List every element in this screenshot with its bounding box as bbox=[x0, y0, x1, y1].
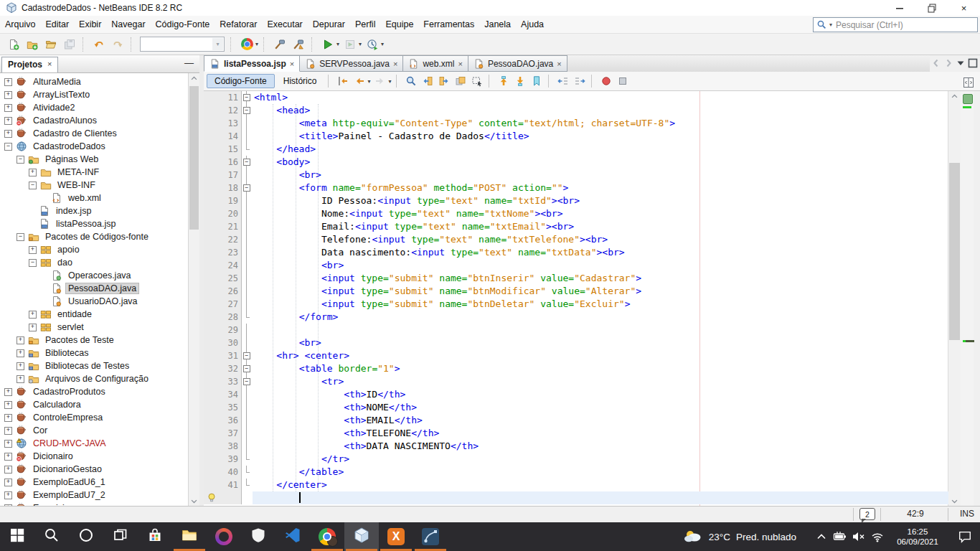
tree-item-pacotes-de-c-digos-fonte[interactable]: −Pacotes de Códigos-fonte bbox=[0, 230, 188, 243]
tray-expand-chevron-icon[interactable] bbox=[812, 522, 831, 551]
scroll-up-icon[interactable] bbox=[189, 73, 199, 84]
expand-icon[interactable]: + bbox=[4, 440, 12, 448]
new-file-button[interactable] bbox=[5, 36, 22, 53]
tree-item-cor[interactable]: +Cor bbox=[0, 424, 188, 437]
tree-item-bibliotecas[interactable]: +Bibliotecas bbox=[0, 347, 188, 359]
collapse-icon[interactable]: − bbox=[17, 156, 24, 164]
code-line[interactable]: 15 </head> bbox=[204, 143, 948, 156]
find-next-button[interactable] bbox=[436, 73, 452, 89]
code-line[interactable]: 33− <tr> bbox=[204, 375, 948, 388]
tree-item-cadastrodedados[interactable]: −CadastrodeDados bbox=[0, 140, 188, 153]
record-macro-button[interactable] bbox=[598, 73, 614, 89]
line-number[interactable]: 12 bbox=[220, 104, 242, 117]
menu-perfil[interactable]: Perfil bbox=[350, 19, 380, 29]
line-number[interactable]: 22 bbox=[220, 233, 242, 246]
tree-item-dicionairo[interactable]: +Dicionairo bbox=[0, 450, 188, 463]
find-previous-button[interactable] bbox=[420, 73, 435, 89]
code-line[interactable]: 36 <th>EMAIL</th> bbox=[204, 414, 948, 427]
line-number[interactable]: 35 bbox=[220, 401, 242, 414]
browser-select-dropdown-icon[interactable]: ▾ bbox=[255, 41, 258, 47]
expand-icon[interactable]: + bbox=[29, 311, 37, 319]
restore-button[interactable] bbox=[915, 0, 948, 16]
menu-executar[interactable]: Executar bbox=[262, 19, 307, 29]
tree-item-servlet[interactable]: +servlet bbox=[0, 321, 188, 334]
expand-icon[interactable]: + bbox=[29, 169, 37, 176]
menu-equipe[interactable]: Equipe bbox=[380, 19, 418, 29]
code-line[interactable]: 18− <form name="formPessoa" method="POST… bbox=[204, 182, 948, 194]
code-line[interactable]: 31− <hr> <center> bbox=[204, 349, 948, 362]
code-line[interactable]: 32− <table border="1"> bbox=[204, 362, 948, 375]
line-number[interactable]: 21 bbox=[220, 220, 242, 233]
taskbar-netbeans[interactable] bbox=[344, 522, 379, 551]
tree-item-web-inf[interactable]: −WEB-INF bbox=[0, 179, 188, 192]
projects-scrollbar[interactable] bbox=[188, 73, 199, 507]
dropdown-icon[interactable]: ▾ bbox=[388, 78, 391, 85]
close-tab-icon[interactable]: × bbox=[393, 60, 397, 68]
editor-tab-listapessoa-jsp[interactable]: listaPessoa.jsp× bbox=[204, 55, 300, 72]
code-line[interactable]: 40 </table> bbox=[204, 466, 948, 479]
run-project-dropdown-icon[interactable]: ▾ bbox=[336, 41, 339, 47]
line-number[interactable]: 30 bbox=[220, 336, 242, 349]
minimize-button[interactable] bbox=[883, 0, 915, 16]
tree-item-arquivos-de-configura-o[interactable]: +Arquivos de Configuração bbox=[0, 372, 188, 385]
line-number[interactable]: 26 bbox=[220, 285, 242, 298]
tree-item-dicionariogestao[interactable]: +DicionarioGestao bbox=[0, 463, 188, 476]
scroll-tabs-right-icon[interactable] bbox=[943, 57, 954, 69]
forward-button[interactable] bbox=[372, 73, 388, 89]
tree-item-cadastroprodutos[interactable]: +CadastroProdutos bbox=[0, 385, 188, 398]
tree-item-index-jsp[interactable]: index.jsp bbox=[0, 204, 188, 217]
tree-item-p-ginas-web[interactable]: −Páginas Web bbox=[0, 153, 188, 166]
line-number[interactable]: 17 bbox=[220, 169, 242, 182]
code-line[interactable] bbox=[204, 491, 948, 504]
tree-item-usuariodao-java[interactable]: UsuarioDAO.java bbox=[0, 295, 188, 308]
taskbar-ring-app[interactable] bbox=[207, 522, 241, 551]
shift-line-right-button[interactable] bbox=[572, 73, 588, 89]
expand-icon[interactable]: + bbox=[4, 479, 12, 486]
code-line[interactable]: 23 Data nascimento:<input type="text" na… bbox=[204, 246, 948, 259]
redo-button[interactable] bbox=[109, 36, 126, 53]
minimize-panel-icon[interactable]: — bbox=[184, 57, 194, 68]
tree-item-pacotes-de-teste[interactable]: +Pacotes de Teste bbox=[0, 334, 188, 347]
scroll-down-icon[interactable] bbox=[189, 496, 199, 507]
code-line[interactable]: 21 Email:<input type="text" name="txtEma… bbox=[204, 220, 948, 233]
shift-line-left-button[interactable] bbox=[555, 73, 571, 89]
line-number[interactable]: 28 bbox=[220, 311, 242, 324]
tree-item-exemploeadu6-1[interactable]: +ExemploEadU6_1 bbox=[0, 476, 188, 489]
tree-item-operacoes-java[interactable]: Operacoes.java bbox=[0, 269, 188, 282]
line-number[interactable]: 31 bbox=[220, 349, 242, 362]
taskbar-chrome[interactable] bbox=[310, 522, 344, 551]
line-number[interactable]: 32 bbox=[220, 362, 242, 375]
taskbar-curve-app[interactable] bbox=[413, 522, 448, 551]
expand-icon[interactable]: + bbox=[4, 414, 12, 422]
menu-arquivo[interactable]: Arquivo bbox=[0, 19, 40, 29]
tree-item-arraylisttexto[interactable]: +ArrayListTexto bbox=[0, 88, 188, 101]
line-number[interactable]: 41 bbox=[220, 479, 242, 491]
code-line[interactable]: 34 <th>ID</th> bbox=[204, 388, 948, 401]
tree-item-atividade2[interactable]: +Atividade2 bbox=[0, 101, 188, 114]
history-view-button[interactable]: Histórico bbox=[275, 74, 325, 88]
error-stripe[interactable] bbox=[961, 91, 974, 507]
profile-project-button[interactable] bbox=[364, 36, 381, 53]
code-line[interactable]: 41 </center> bbox=[204, 479, 948, 491]
menu-c-digo-fonte[interactable]: Código-Fonte bbox=[151, 19, 215, 29]
code-line[interactable]: 12− <head> bbox=[204, 104, 948, 117]
line-number[interactable]: 13 bbox=[220, 117, 242, 130]
line-number[interactable]: 40 bbox=[220, 466, 242, 479]
line-number[interactable]: 11 bbox=[220, 91, 242, 104]
collapse-icon[interactable]: − bbox=[29, 182, 37, 189]
line-number[interactable]: 29 bbox=[220, 324, 242, 336]
editor-tab-servpessoa-java[interactable]: SERVPessoa.java× bbox=[300, 55, 403, 72]
scroll-down-icon[interactable] bbox=[948, 496, 961, 507]
taskbar-task-view[interactable] bbox=[103, 522, 138, 551]
menu-janela[interactable]: Janela bbox=[479, 19, 516, 29]
line-number[interactable]: 39 bbox=[220, 453, 242, 466]
tree-item-dao[interactable]: −dao bbox=[0, 256, 188, 269]
rectangular-selection-button[interactable] bbox=[469, 73, 485, 89]
code-line[interactable]: 22 Telefone:<input type="text" name="txt… bbox=[204, 233, 948, 246]
code-line[interactable]: 17 <br> bbox=[204, 169, 948, 182]
line-number[interactable]: 18 bbox=[220, 182, 242, 194]
tree-item-cadastroalunos[interactable]: +CadastroAlunos bbox=[0, 114, 188, 127]
fold-column[interactable]: − bbox=[242, 182, 253, 194]
expand-icon[interactable]: + bbox=[4, 78, 12, 86]
open-project-button[interactable] bbox=[42, 36, 60, 53]
